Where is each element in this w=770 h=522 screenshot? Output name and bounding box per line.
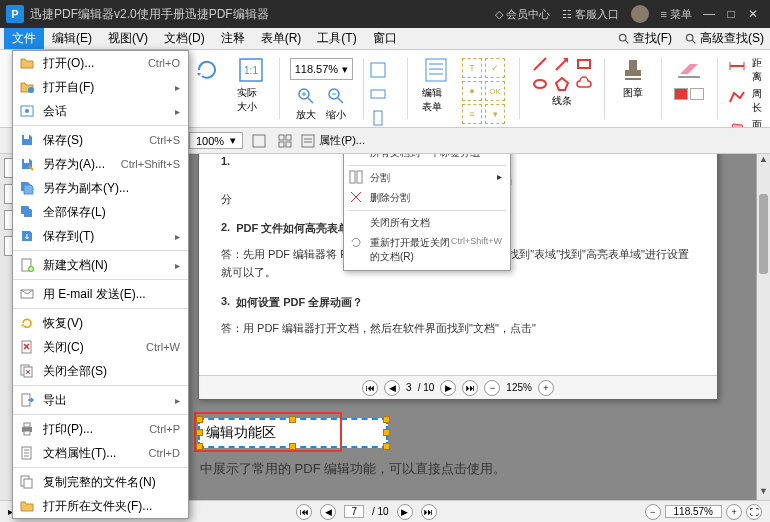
member-center-link[interactable]: ◇ 会员中心 [495, 7, 550, 22]
scroll-up-button[interactable]: ▲ [757, 154, 770, 168]
form-icon [422, 56, 450, 84]
tool-grid[interactable] [275, 131, 295, 151]
status-next-page[interactable]: ▶ [397, 504, 413, 520]
close-button[interactable]: ✕ [742, 7, 764, 21]
inner-first-page[interactable]: ⏮ [362, 380, 378, 396]
cloud-icon [575, 75, 593, 93]
distance-icon [728, 59, 746, 73]
tool-zoom-in[interactable]: 放大 [292, 84, 320, 124]
shape-line[interactable] [530, 54, 550, 74]
zoom-select[interactable]: 118.57% ▾ [290, 58, 353, 80]
svg-line-22 [556, 60, 566, 70]
measure-area[interactable] [728, 118, 746, 127]
tool-fit-page[interactable] [368, 60, 388, 80]
fm-save-as-copy[interactable]: 另存为副本(Y)... [13, 176, 188, 200]
fm-close-all[interactable]: 关闭全部(S) [13, 359, 188, 383]
maximize-button[interactable]: □ [720, 7, 742, 21]
menu-form[interactable]: 表单(R) [253, 28, 310, 49]
advanced-find-button[interactable]: 高级查找(S) [678, 28, 770, 49]
cm-close-all[interactable]: 关闭所有文档 [344, 213, 510, 233]
fit-width-icon [369, 85, 387, 103]
svg-rect-49 [24, 135, 29, 139]
inner-last-page[interactable]: ⏭ [462, 380, 478, 396]
menu-edit[interactable]: 编辑(E) [44, 28, 100, 49]
tool-edit-form[interactable]: 编辑表单 [418, 54, 454, 116]
inner-zoom-out[interactable]: − [484, 380, 500, 396]
status-page-input[interactable]: 7 [344, 505, 364, 518]
form-list[interactable]: ≡ [462, 104, 482, 124]
menu-comment[interactable]: 注释 [213, 28, 253, 49]
scroll-thumb[interactable] [759, 194, 768, 274]
inner-zoom-in[interactable]: + [538, 380, 554, 396]
minimize-button[interactable]: — [698, 7, 720, 21]
tool-zoom-out[interactable]: 缩小 [322, 84, 350, 124]
text-edit-box[interactable]: 编辑功能区 [198, 418, 388, 448]
color-swatch-red[interactable] [674, 88, 688, 100]
status-prev-page[interactable]: ◀ [320, 504, 336, 520]
cm-split[interactable]: 分割▸ [344, 168, 510, 188]
properties-button[interactable]: 属性(P)... [301, 133, 365, 148]
form-checkbox[interactable]: ✓ [485, 58, 505, 78]
form-button[interactable]: OK [485, 81, 505, 101]
main-menu-button[interactable]: ≡ 菜单 [661, 7, 692, 22]
status-last-page[interactable]: ⏭ [421, 504, 437, 520]
menu-file[interactable]: 文件 [4, 28, 44, 49]
menu-tools[interactable]: 工具(T) [309, 28, 364, 49]
fm-email[interactable]: 用 E-mail 发送(E)... [13, 282, 188, 306]
cm-reopen-recent[interactable]: 重新打开最近关闭的文档(R)Ctrl+Shift+W [344, 233, 510, 267]
status-fit[interactable]: ⛶ [746, 504, 762, 520]
fm-copy-full-name[interactable]: 复制完整的文件名(N) [13, 470, 188, 494]
shape-polygon[interactable] [552, 74, 572, 94]
fm-save-to[interactable]: 保存到(T)▸ [13, 224, 188, 248]
fm-save-all[interactable]: 全部保存(L) [13, 200, 188, 224]
zoom-combo[interactable]: 100% ▾ [189, 132, 243, 149]
fm-print[interactable]: 打印(P)...Ctrl+P [13, 417, 188, 441]
fm-open-from[interactable]: 打开自(F)▸ [13, 75, 188, 99]
menu-window[interactable]: 窗口 [365, 28, 405, 49]
tool-fit-width[interactable] [368, 84, 388, 104]
cm-delete-split[interactable]: 删除分割 [344, 188, 510, 208]
fm-open-folder[interactable]: 打开所在文件夹(F)... [13, 494, 188, 518]
fm-save[interactable]: 保存(S)Ctrl+S [13, 128, 188, 152]
tool-real-size[interactable]: 1:1 实际大小 [233, 54, 269, 116]
status-zoom-value[interactable]: 118.57% [665, 505, 722, 518]
tool-layers[interactable] [249, 131, 269, 151]
inner-prev-page[interactable]: ◀ [384, 380, 400, 396]
measure-perimeter[interactable] [728, 87, 746, 107]
menu-document[interactable]: 文档(D) [156, 28, 213, 49]
tool-fit-height[interactable] [368, 108, 388, 127]
shape-rect[interactable] [574, 54, 594, 74]
form-radio[interactable]: ● [462, 81, 482, 101]
tool-eraser[interactable] [671, 54, 707, 86]
scroll-down-button[interactable]: ▼ [757, 486, 770, 500]
status-zoom-out[interactable]: − [645, 504, 661, 520]
fm-session[interactable]: 会话▸ [13, 99, 188, 123]
status-first-page[interactable]: ⏮ [296, 504, 312, 520]
fm-close[interactable]: 关闭(C)Ctrl+W [13, 335, 188, 359]
cm-group-all[interactable]: 所有文档到一个标签分组 [344, 154, 510, 163]
customer-service-link[interactable]: ☷ 客服入口 [562, 7, 619, 22]
fm-open[interactable]: 打开(O)...Ctrl+O [13, 51, 188, 75]
rect-icon [575, 55, 593, 73]
avatar[interactable] [631, 5, 649, 23]
menu-view[interactable]: 视图(V) [100, 28, 156, 49]
color-swatch-none[interactable] [690, 88, 704, 100]
fm-save-as[interactable]: 另存为(A)...Ctrl+Shift+S [13, 152, 188, 176]
shape-cloud[interactable] [574, 74, 594, 94]
tool-stamp[interactable]: 图章 [615, 54, 651, 102]
inner-next-page[interactable]: ▶ [440, 380, 456, 396]
status-zoom-in[interactable]: + [726, 504, 742, 520]
tool-rotate[interactable] [189, 54, 225, 86]
svg-point-46 [28, 87, 34, 93]
find-button[interactable]: 查找(F) [611, 28, 678, 49]
form-combo[interactable]: ▾ [485, 104, 505, 124]
shape-ellipse[interactable] [530, 74, 550, 94]
form-text-field[interactable]: T [462, 58, 482, 78]
fm-export[interactable]: 导出▸ [13, 388, 188, 412]
fm-restore[interactable]: 恢复(V) [13, 311, 188, 335]
shape-arrow[interactable] [552, 54, 572, 74]
vertical-scrollbar[interactable]: ▲ ▼ [756, 154, 770, 500]
measure-distance[interactable] [728, 56, 746, 76]
fm-doc-props[interactable]: 文档属性(T)...Ctrl+D [13, 441, 188, 465]
fm-new-doc[interactable]: 新建文档(N)▸ [13, 253, 188, 277]
